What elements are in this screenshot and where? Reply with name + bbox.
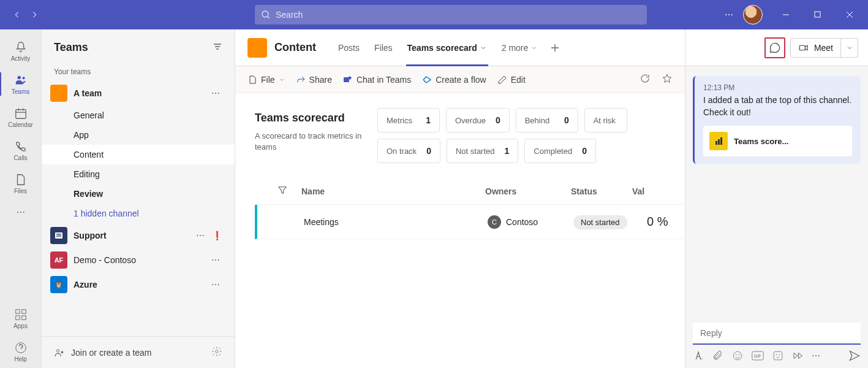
row-owner: C Contoso xyxy=(488,215,573,229)
channel-content[interactable]: Content xyxy=(42,145,235,164)
tab-more[interactable]: 2 more xyxy=(494,29,546,66)
metric-card[interactable]: At risk xyxy=(584,108,627,132)
owner-avatar: C xyxy=(488,215,501,229)
channel-review[interactable]: Review xyxy=(42,184,235,204)
nav-forward[interactable] xyxy=(27,7,42,22)
emoji-icon[interactable] xyxy=(732,350,743,361)
more-icon[interactable]: ⋯ xyxy=(209,86,222,101)
chat-in-teams-button[interactable]: Chat in Teams xyxy=(343,75,411,85)
minimize-button[interactable] xyxy=(772,5,799,25)
alert-icon: ❗ xyxy=(212,231,222,240)
metric-card[interactable]: Not started1 xyxy=(447,139,518,163)
tab-scorecard[interactable]: Teams scorecard xyxy=(400,29,494,66)
rail-apps[interactable]: Apps xyxy=(0,302,42,335)
rail-calendar[interactable]: Calendar xyxy=(0,101,42,134)
share-button[interactable]: Share xyxy=(296,75,332,85)
rail-more[interactable]: ⋯ xyxy=(0,200,42,224)
conversation-panel: Meet 12:13 PM I added a tab at the top o… xyxy=(685,29,868,368)
apps-icon xyxy=(14,308,28,321)
svg-rect-1 xyxy=(815,12,820,17)
sticker-icon[interactable] xyxy=(772,350,783,361)
refresh-icon[interactable] xyxy=(640,73,651,86)
scorecard-title: Teams scorecard xyxy=(255,112,377,125)
add-tab-button[interactable] xyxy=(545,43,565,53)
hidden-channels-link[interactable]: 1 hidden channel xyxy=(42,204,235,223)
file-icon xyxy=(247,75,257,85)
attach-icon[interactable] xyxy=(712,350,723,361)
message-card[interactable]: 12:13 PM I added a tab at the top of thi… xyxy=(693,76,861,164)
scorecard-subtitle: A scorecard to track metrics in teams xyxy=(255,131,377,153)
svg-point-13 xyxy=(57,349,60,352)
table-header: Name Owners Status Val xyxy=(255,178,685,205)
more-icon[interactable]: ⋯ xyxy=(194,228,207,243)
chevron-down-icon xyxy=(480,44,487,52)
channel-title: Content xyxy=(274,41,316,54)
reply-input[interactable] xyxy=(693,323,861,345)
tab-posts[interactable]: Posts xyxy=(331,29,367,66)
file-menu[interactable]: File xyxy=(247,75,285,85)
settings-icon[interactable] xyxy=(211,346,222,359)
send-icon[interactable] xyxy=(848,350,861,362)
join-create-team[interactable]: Join or create a team xyxy=(54,347,211,358)
team-icon xyxy=(50,85,67,102)
metric-card[interactable]: Completed0 xyxy=(524,139,596,163)
rail-teams[interactable]: Teams xyxy=(0,67,42,101)
more-icon[interactable]: ⋯ xyxy=(209,277,222,292)
svg-rect-17 xyxy=(799,45,805,50)
bell-icon xyxy=(14,40,28,54)
star-icon[interactable] xyxy=(662,73,673,86)
svg-rect-19 xyxy=(718,139,720,145)
filter-icon[interactable] xyxy=(213,42,222,53)
table-row[interactable]: Meetings C Contoso Not started 0 % xyxy=(255,205,685,239)
rail-files[interactable]: Files xyxy=(0,167,42,200)
compose-more-icon[interactable]: ⋯ xyxy=(812,351,820,361)
channel-header: Content Posts Files Teams scorecard 2 mo… xyxy=(235,29,685,66)
stream-icon[interactable] xyxy=(792,350,803,361)
meet-dropdown[interactable] xyxy=(841,38,858,58)
metric-card[interactable]: On track0 xyxy=(377,139,440,163)
create-flow-button[interactable]: Create a flow xyxy=(422,75,486,85)
svg-rect-12 xyxy=(56,236,61,237)
rail-help[interactable]: Help xyxy=(0,335,42,368)
svg-point-3 xyxy=(22,77,25,79)
svg-rect-20 xyxy=(720,137,722,145)
toggle-conversation-button[interactable] xyxy=(764,37,785,58)
gif-icon[interactable]: GIF xyxy=(752,350,764,361)
user-avatar[interactable] xyxy=(743,5,763,25)
svg-point-14 xyxy=(216,350,219,353)
attachment-card[interactable]: Teams score... xyxy=(703,126,852,156)
team-row-support[interactable]: Support ⋯ ❗ xyxy=(42,223,235,248)
maximize-button[interactable] xyxy=(804,5,831,25)
team-row-azure[interactable]: 🦉 Azure ⋯ xyxy=(42,272,235,297)
svg-text:GIF: GIF xyxy=(754,354,761,358)
chevron-down-icon xyxy=(530,44,538,52)
edit-button[interactable]: Edit xyxy=(497,75,526,85)
channel-editing[interactable]: Editing xyxy=(42,164,235,184)
team-row-a-team[interactable]: A team ⋯ xyxy=(42,81,235,105)
tab-files[interactable]: Files xyxy=(367,29,400,66)
search-box[interactable]: Search xyxy=(255,5,647,25)
row-name: Meetings xyxy=(304,217,488,227)
channel-general[interactable]: General xyxy=(42,105,235,125)
titlebar: Search ⋯ xyxy=(0,0,868,29)
nav-back[interactable] xyxy=(10,7,25,22)
meet-button[interactable]: Meet xyxy=(790,38,841,58)
metric-card[interactable]: Behind0 xyxy=(516,108,578,132)
rail-calls[interactable]: Calls xyxy=(0,134,42,167)
svg-rect-8 xyxy=(21,315,25,319)
channel-avatar-icon xyxy=(247,38,267,58)
svg-point-22 xyxy=(736,355,737,356)
filter-column-icon[interactable] xyxy=(277,185,301,197)
svg-rect-26 xyxy=(774,351,782,360)
format-icon[interactable] xyxy=(693,350,704,361)
teams-icon xyxy=(14,74,28,87)
close-button[interactable] xyxy=(836,5,863,25)
more-icon[interactable]: ⋯ xyxy=(725,10,733,20)
channel-app[interactable]: App xyxy=(42,125,235,145)
rail-activity[interactable]: Activity xyxy=(0,34,42,67)
more-icon[interactable]: ⋯ xyxy=(209,253,222,267)
metric-card[interactable]: Overdue0 xyxy=(446,108,510,132)
team-row-demo[interactable]: AF Demo - Contoso ⋯ xyxy=(42,248,235,272)
metric-card[interactable]: Metrics1 xyxy=(377,108,440,132)
chevron-down-icon xyxy=(279,77,285,83)
